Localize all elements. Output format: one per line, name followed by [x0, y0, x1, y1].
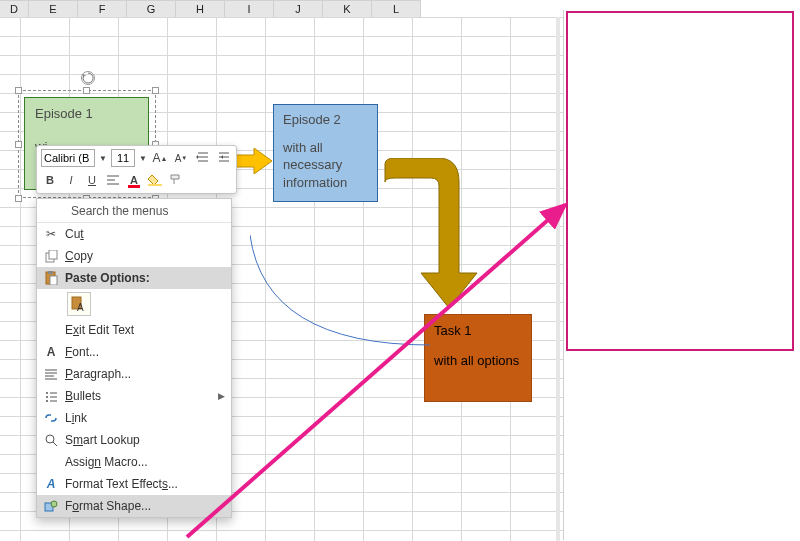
- svg-rect-2: [49, 250, 57, 259]
- format-painter-icon[interactable]: [167, 171, 185, 189]
- mini-toolbar: ▼ ▼ A▲ A▼ B I U A: [36, 145, 237, 194]
- smart-lookup-icon: [37, 434, 65, 447]
- font-color-icon[interactable]: A: [125, 171, 143, 189]
- shape-episode1-title: Episode 1: [35, 106, 138, 121]
- pane-divider: [556, 17, 560, 541]
- col-F[interactable]: F: [78, 0, 127, 17]
- column-headers: D E F G H I J K L: [0, 0, 421, 17]
- svg-text:A: A: [77, 302, 84, 312]
- resize-handle-w[interactable]: [15, 141, 22, 148]
- menu-smart-lookup[interactable]: Smart Lookup: [37, 429, 231, 451]
- shape-episode2[interactable]: Episode 2 with all necessary information: [273, 104, 378, 202]
- paste-keep-text-icon: A: [67, 292, 91, 316]
- paragraph-icon: [37, 369, 65, 380]
- resize-handle-nw[interactable]: [15, 87, 22, 94]
- decrease-indent-icon[interactable]: [193, 149, 211, 167]
- col-K[interactable]: K: [323, 0, 372, 17]
- menu-cut[interactable]: ✂ Cut: [37, 223, 231, 245]
- col-J[interactable]: J: [274, 0, 323, 17]
- resize-handle-ne[interactable]: [152, 87, 159, 94]
- underline-button[interactable]: U: [83, 171, 101, 189]
- decrease-font-icon[interactable]: A▼: [172, 149, 190, 167]
- italic-button[interactable]: I: [62, 171, 80, 189]
- shape-task1-title: Task 1: [434, 321, 522, 341]
- font-icon: A: [37, 345, 65, 359]
- menu-format-shape[interactable]: Format Shape...: [37, 495, 231, 517]
- format-shape-icon: [37, 500, 65, 513]
- svg-point-9: [46, 396, 48, 398]
- svg-point-11: [46, 435, 54, 443]
- paste-icon: [37, 271, 65, 285]
- col-H[interactable]: H: [176, 0, 225, 17]
- menu-format-text-effects[interactable]: A Format Text Effects...: [37, 473, 231, 495]
- paste-options-label: Paste Options:: [65, 271, 225, 285]
- menu-paste-options: Paste Options:: [37, 267, 231, 289]
- menu-copy[interactable]: Copy: [37, 245, 231, 267]
- resize-handle-sw[interactable]: [15, 195, 22, 202]
- resize-handle-n[interactable]: [83, 87, 90, 94]
- shape-episode2-l4: information: [283, 174, 368, 192]
- context-menu: Search the menus ✂ Cut Copy Paste Option…: [36, 198, 232, 518]
- menu-assign-macro[interactable]: Assign Macro...: [37, 451, 231, 473]
- menu-cut-key: t: [80, 227, 83, 241]
- font-name-dropdown[interactable]: ▼: [98, 149, 108, 167]
- copy-icon: [37, 250, 65, 263]
- font-name-select[interactable]: [41, 149, 95, 167]
- align-menu-icon[interactable]: [104, 171, 122, 189]
- shape-task1[interactable]: Task 1 with all options: [424, 314, 532, 402]
- increase-indent-icon[interactable]: [214, 149, 232, 167]
- menu-link[interactable]: Link: [37, 407, 231, 429]
- menu-font[interactable]: A Font...: [37, 341, 231, 363]
- svg-rect-0: [148, 184, 162, 186]
- svg-rect-4: [48, 271, 53, 274]
- curved-connector[interactable]: [250, 225, 430, 360]
- col-I[interactable]: I: [225, 0, 274, 17]
- shape-episode2-l3: necessary: [283, 156, 368, 174]
- text-effects-icon: A: [37, 477, 65, 491]
- increase-font-icon[interactable]: A▲: [151, 149, 169, 167]
- menu-search[interactable]: Search the menus: [37, 199, 231, 223]
- menu-exit-edit-text[interactable]: Exit Edit Text: [37, 319, 231, 341]
- col-G[interactable]: G: [127, 0, 176, 17]
- svg-point-10: [46, 400, 48, 402]
- svg-point-8: [46, 392, 48, 394]
- link-icon: [37, 412, 65, 424]
- font-size-select[interactable]: [111, 149, 135, 167]
- rotate-handle[interactable]: [81, 71, 95, 85]
- shape-task1-text: with all options: [434, 351, 522, 371]
- svg-point-13: [51, 501, 57, 507]
- shape-episode2-l2: with all: [283, 139, 368, 157]
- paste-option-keep-text[interactable]: A: [37, 289, 231, 319]
- submenu-arrow-icon: ▶: [218, 391, 225, 401]
- col-L[interactable]: L: [372, 0, 421, 17]
- menu-bullets[interactable]: Bullets ▶: [37, 385, 231, 407]
- bold-button[interactable]: B: [41, 171, 59, 189]
- panel-highlight-box: [566, 11, 794, 351]
- col-E[interactable]: E: [29, 0, 78, 17]
- cut-icon: ✂: [37, 227, 65, 241]
- font-size-dropdown[interactable]: ▼: [138, 149, 148, 167]
- menu-paragraph[interactable]: Paragraph...: [37, 363, 231, 385]
- fill-color-icon[interactable]: [146, 171, 164, 189]
- shape-episode2-title: Episode 2: [283, 111, 368, 129]
- col-D[interactable]: D: [0, 0, 29, 17]
- bullets-icon: [37, 391, 65, 402]
- svg-rect-5: [50, 276, 57, 285]
